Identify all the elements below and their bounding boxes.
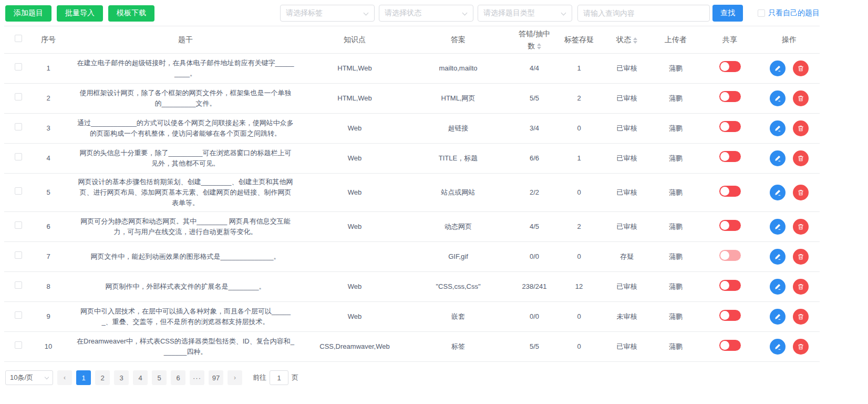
row-checkbox[interactable]	[15, 93, 22, 100]
share-toggle[interactable]	[719, 186, 741, 197]
trash-icon	[797, 343, 804, 350]
search-input[interactable]	[577, 5, 710, 22]
question-stem: 使用框架设计网页，除了各个框架的网页文件外，框架集也是一个单独的________…	[64, 84, 307, 114]
sort-icon[interactable]	[633, 35, 637, 46]
row-checkbox[interactable]	[15, 187, 22, 195]
batch-import-button[interactable]: 批量导入	[57, 5, 103, 22]
status: 未审核	[603, 302, 650, 332]
page-number-button[interactable]: 6	[171, 370, 185, 385]
edit-button[interactable]	[770, 339, 786, 355]
only-mine-checkbox[interactable]: 只看自己的题目	[758, 8, 820, 18]
answer: TITLE，标题	[402, 144, 514, 174]
question-stem: 通过____________的方式可以使各个网页之间联接起来，使网站中众多的页面…	[64, 114, 307, 144]
edit-button[interactable]	[770, 249, 786, 265]
page-size-label: 10条/页	[10, 373, 33, 382]
row-checkbox[interactable]	[15, 63, 22, 70]
search-button[interactable]: 查找	[712, 5, 743, 22]
edit-button[interactable]	[770, 219, 786, 235]
question-bank-page: 添加题目 批量导入 模板下载 请选择标签 请选择状态 请选择题目类型 查找 只看…	[4, 0, 820, 385]
share-toggle[interactable]	[719, 61, 741, 72]
status: 已审核	[603, 332, 650, 362]
pencil-icon	[774, 155, 781, 162]
share-toggle[interactable]	[719, 250, 741, 261]
page-number-button[interactable]: 4	[133, 370, 148, 385]
template-download-button[interactable]: 模板下载	[108, 5, 154, 22]
checkbox-icon	[758, 9, 765, 17]
delete-button[interactable]	[793, 249, 809, 265]
edit-button[interactable]	[770, 150, 786, 166]
chevron-down-icon	[561, 11, 566, 16]
toggle-knob	[720, 251, 729, 260]
delete-button[interactable]	[793, 90, 809, 106]
prev-page-button[interactable]: ‹	[57, 370, 72, 385]
edit-button[interactable]	[770, 309, 786, 325]
add-question-button[interactable]: 添加题目	[5, 5, 51, 22]
delete-button[interactable]	[793, 279, 809, 295]
row-checkbox[interactable]	[15, 341, 22, 349]
edit-button[interactable]	[770, 60, 786, 76]
share-toggle[interactable]	[719, 121, 741, 132]
row-checkbox[interactable]	[15, 123, 22, 130]
sort-icon[interactable]	[537, 41, 541, 52]
trash-icon	[797, 253, 804, 260]
table-row: 9 网页中引入层技术，在层中可以插入各种对象，而且各个层可以______、重叠、…	[4, 302, 820, 332]
row-index: 1	[33, 54, 64, 84]
wrong-drawn-count: 5/5	[514, 332, 555, 362]
type-filter-select[interactable]: 请选择题目类型	[478, 5, 572, 22]
row-checkbox[interactable]	[15, 281, 22, 289]
delete-button[interactable]	[793, 339, 809, 355]
uploader: 蒲鹏	[650, 84, 701, 114]
edit-button[interactable]	[770, 90, 786, 106]
next-page-button[interactable]: ›	[228, 370, 242, 385]
row-checkbox[interactable]	[15, 311, 22, 319]
share-toggle[interactable]	[719, 91, 741, 102]
delete-button[interactable]	[793, 120, 809, 136]
pencil-icon	[774, 65, 781, 72]
delete-button[interactable]	[793, 150, 809, 166]
trash-icon	[797, 223, 804, 230]
page-number-button[interactable]: 5	[152, 370, 167, 385]
share-toggle[interactable]	[719, 340, 741, 351]
answer: mailto,mailto	[402, 54, 514, 84]
goto-page-input[interactable]	[270, 370, 288, 385]
edit-button[interactable]	[770, 279, 786, 295]
row-index: 2	[33, 84, 64, 114]
answer: 动态网页	[402, 212, 514, 242]
knowledge-points: HTML,Web	[307, 84, 402, 114]
share-toggle[interactable]	[719, 280, 741, 291]
uploader: 蒲鹏	[650, 144, 701, 174]
column-tag-doubt: 标签存疑	[555, 26, 603, 54]
tag-doubt-count: 0	[555, 242, 603, 272]
row-index: 10	[33, 332, 64, 362]
edit-button[interactable]	[770, 185, 786, 200]
page-number-button[interactable]: 1	[76, 370, 91, 385]
select-all-checkbox[interactable]	[15, 35, 22, 42]
page-number-button[interactable]: 2	[95, 370, 110, 385]
row-checkbox[interactable]	[15, 153, 22, 160]
page-number-button[interactable]: 3	[114, 370, 129, 385]
delete-button[interactable]	[793, 219, 809, 235]
share-toggle[interactable]	[719, 151, 741, 162]
page-number-button[interactable]: 97	[209, 370, 223, 385]
edit-button[interactable]	[770, 120, 786, 136]
status: 已审核	[603, 114, 650, 144]
delete-button[interactable]	[793, 185, 809, 200]
delete-button[interactable]	[793, 309, 809, 325]
question-table: 序号 题干 知识点 答案 答错/抽中数 标签存疑 状态 上传者 共享 操作 1 …	[4, 26, 820, 362]
share-toggle[interactable]	[719, 310, 741, 321]
toggle-knob	[720, 311, 729, 320]
tag-doubt-count: 0	[555, 114, 603, 144]
toolbar: 添加题目 批量导入 模板下载 请选择标签 请选择状态 请选择题目类型 查找 只看…	[4, 0, 820, 26]
answer: 标签	[402, 332, 514, 362]
trash-icon	[797, 125, 804, 132]
delete-button[interactable]	[793, 60, 809, 76]
tag-filter-select[interactable]: 请选择标签	[280, 5, 375, 22]
row-index: 8	[33, 272, 64, 302]
page-ellipsis-button[interactable]: ···	[190, 370, 204, 385]
wrong-drawn-count: 5/5	[514, 84, 555, 114]
share-toggle[interactable]	[719, 220, 741, 231]
row-checkbox[interactable]	[15, 221, 22, 229]
row-checkbox[interactable]	[15, 251, 22, 259]
status-filter-select[interactable]: 请选择状态	[379, 5, 473, 22]
page-size-select[interactable]: 10条/页	[5, 370, 53, 385]
